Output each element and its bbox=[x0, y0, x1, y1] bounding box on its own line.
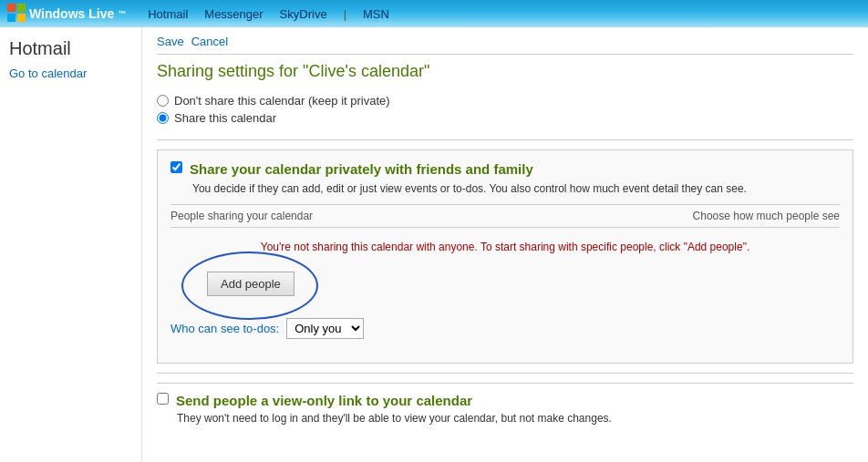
view-only-header: Send people a view-only link to your cal… bbox=[157, 393, 853, 408]
svg-rect-1 bbox=[17, 4, 26, 12]
page-title: Sharing settings for "Clive's calendar" bbox=[157, 62, 853, 81]
nav-messenger[interactable]: Messenger bbox=[204, 7, 263, 21]
nav-hotmail[interactable]: Hotmail bbox=[148, 7, 188, 21]
private-share-desc: You decide if they can add, edit or just… bbox=[192, 182, 840, 195]
add-people-button[interactable]: Add people bbox=[207, 272, 294, 296]
todo-label: Who can see to-dos: bbox=[170, 322, 279, 335]
action-bar: Save Cancel bbox=[157, 35, 853, 55]
nav-msn[interactable]: MSN bbox=[363, 7, 389, 21]
logo-tm: ™ bbox=[118, 9, 126, 18]
windows-flag-icon bbox=[7, 4, 26, 25]
svg-rect-3 bbox=[17, 14, 26, 22]
nav-separator: | bbox=[344, 7, 346, 21]
private-share-header: Share your calendar privately with frien… bbox=[170, 161, 840, 177]
people-table-header: People sharing your calendar Choose how … bbox=[170, 204, 840, 228]
sidebar-title: Hotmail bbox=[9, 38, 132, 59]
info-message: You're not sharing this calendar with an… bbox=[170, 241, 840, 253]
dont-share-option: Don't share this calendar (keep it priva… bbox=[157, 94, 853, 108]
divider-2 bbox=[157, 373, 853, 374]
svg-rect-2 bbox=[7, 14, 16, 22]
private-share-checkbox[interactable] bbox=[170, 161, 182, 173]
topbar: Windows Live™ Hotmail Messenger SkyDrive… bbox=[0, 0, 868, 27]
sidebar: Hotmail Go to calendar bbox=[0, 27, 141, 462]
cancel-link[interactable]: Cancel bbox=[191, 35, 228, 48]
todo-select[interactable]: Only you Friends Everyone bbox=[286, 318, 364, 339]
add-people-wrapper: Add people bbox=[207, 272, 294, 296]
view-only-desc: They won't need to log in and they'll be… bbox=[177, 412, 853, 425]
save-link[interactable]: Save bbox=[157, 35, 184, 48]
dont-share-radio[interactable] bbox=[157, 95, 169, 107]
view-only-checkbox[interactable] bbox=[157, 393, 169, 405]
logo-text: Windows Live bbox=[29, 6, 114, 21]
table-header-right: Choose how much people see bbox=[693, 210, 840, 222]
share-radio[interactable] bbox=[157, 112, 169, 124]
nav-skydrive[interactable]: SkyDrive bbox=[280, 7, 327, 21]
share-radio-group: Don't share this calendar (keep it priva… bbox=[157, 94, 853, 125]
share-option: Share this calendar bbox=[157, 111, 853, 125]
table-header-left: People sharing your calendar bbox=[170, 210, 313, 222]
divider-1 bbox=[157, 139, 853, 140]
go-to-calendar-link[interactable]: Go to calendar bbox=[9, 67, 87, 80]
private-share-title[interactable]: Share your calendar privately with frien… bbox=[190, 161, 533, 177]
top-nav: Hotmail Messenger SkyDrive | MSN bbox=[148, 7, 389, 21]
logo: Windows Live™ bbox=[7, 4, 126, 25]
svg-rect-0 bbox=[7, 4, 16, 12]
view-only-title[interactable]: Send people a view-only link to your cal… bbox=[176, 393, 472, 408]
share-label[interactable]: Share this calendar bbox=[174, 111, 276, 125]
private-share-section: Share your calendar privately with frien… bbox=[157, 149, 853, 364]
layout: Hotmail Go to calendar Save Cancel Shari… bbox=[0, 27, 868, 462]
todo-row: Who can see to-dos: Only you Friends Eve… bbox=[170, 318, 840, 339]
view-only-section: Send people a view-only link to your cal… bbox=[157, 383, 853, 425]
dont-share-label[interactable]: Don't share this calendar (keep it priva… bbox=[174, 94, 390, 108]
main-content: Save Cancel Sharing settings for "Clive'… bbox=[141, 27, 868, 462]
